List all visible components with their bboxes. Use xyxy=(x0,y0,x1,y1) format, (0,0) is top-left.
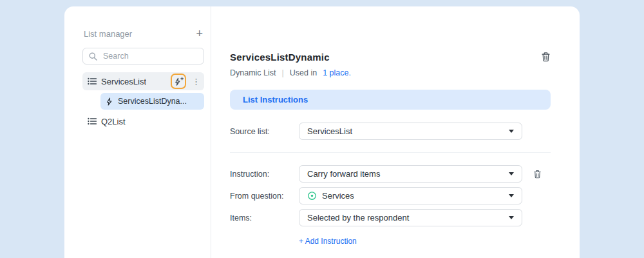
instruction-field: Instruction: Carry forward items xyxy=(230,165,551,183)
bolt-plus-icon xyxy=(174,77,184,86)
instruction-label: Instruction: xyxy=(230,170,299,179)
kebab-menu-icon[interactable]: ⋮ xyxy=(191,77,202,86)
list-icon xyxy=(88,117,97,125)
sidebar-item-q2list[interactable]: Q2List xyxy=(82,112,204,130)
sidebar-item-serviceslistdynamic[interactable]: ServicesListDyna... xyxy=(100,93,204,110)
trash-icon xyxy=(533,170,542,179)
add-instruction-link[interactable]: + Add Instruction xyxy=(299,237,357,246)
dropdown-value: Services xyxy=(322,191,354,201)
list-instructions-banner[interactable]: List Instructions xyxy=(230,90,551,110)
sidebar-title: List manager xyxy=(84,29,132,39)
used-in-label: Used in xyxy=(290,68,317,77)
delete-list-button[interactable] xyxy=(541,52,551,62)
from-question-dropdown[interactable]: Services xyxy=(299,187,522,204)
sidebar-item-serviceslist[interactable]: ServicesList ⋮ xyxy=(82,72,204,90)
sidebar-item-label: ServicesList xyxy=(101,77,146,86)
dropdown-value: ServicesList xyxy=(307,126,352,136)
banner-label: List Instructions xyxy=(243,95,308,104)
source-list-field: Source list: ServicesList xyxy=(230,123,551,140)
from-question-field: From question: Services xyxy=(230,187,551,204)
sidebar-header: List manager + xyxy=(82,28,204,39)
subtitle-separator: | xyxy=(282,68,284,77)
search-input[interactable] xyxy=(102,51,198,61)
create-dynamic-list-highlight[interactable] xyxy=(171,74,186,89)
sidebar-item-label: ServicesListDyna... xyxy=(118,97,187,106)
caret-down-icon xyxy=(509,172,514,175)
items-field: Items: Selected by the respondent xyxy=(230,209,551,226)
sidebar: List manager + xyxy=(64,6,211,258)
bolt-icon xyxy=(106,97,113,106)
instruction-dropdown[interactable]: Carry forward items xyxy=(299,165,522,183)
instruction-form: Source list: ServicesList Instruction: C… xyxy=(230,123,551,246)
source-list-dropdown[interactable]: ServicesList xyxy=(299,123,522,140)
list-icon xyxy=(88,77,97,85)
items-dropdown[interactable]: Selected by the respondent xyxy=(299,209,522,226)
search-icon xyxy=(89,52,97,61)
caret-down-icon xyxy=(509,194,514,197)
from-question-label: From question: xyxy=(230,192,299,201)
trash-icon xyxy=(541,52,551,62)
sidebar-item-label: Q2List xyxy=(101,117,126,126)
caret-down-icon xyxy=(509,216,514,219)
question-type-icon xyxy=(307,191,317,201)
list-type-label: Dynamic List xyxy=(230,68,276,77)
list-subtitle: Dynamic List | Used in 1 place. xyxy=(230,68,551,77)
caret-down-icon xyxy=(509,130,514,133)
content-header: ServicesListDynamic xyxy=(230,52,551,63)
used-in-places-link[interactable]: 1 place. xyxy=(323,68,351,77)
section-divider xyxy=(230,152,551,153)
add-list-button[interactable]: + xyxy=(196,28,203,39)
search-box[interactable] xyxy=(82,48,204,64)
main-content: ServicesListDynamic Dynamic List | Used … xyxy=(211,6,580,258)
dropdown-value: Carry forward items xyxy=(307,169,380,179)
delete-instruction-button[interactable] xyxy=(533,170,548,179)
dropdown-value: Selected by the respondent xyxy=(307,213,409,223)
source-list-label: Source list: xyxy=(230,127,299,136)
page-title: ServicesListDynamic xyxy=(230,52,330,63)
items-label: Items: xyxy=(230,213,299,223)
list-manager-panel: List manager + xyxy=(64,6,580,258)
